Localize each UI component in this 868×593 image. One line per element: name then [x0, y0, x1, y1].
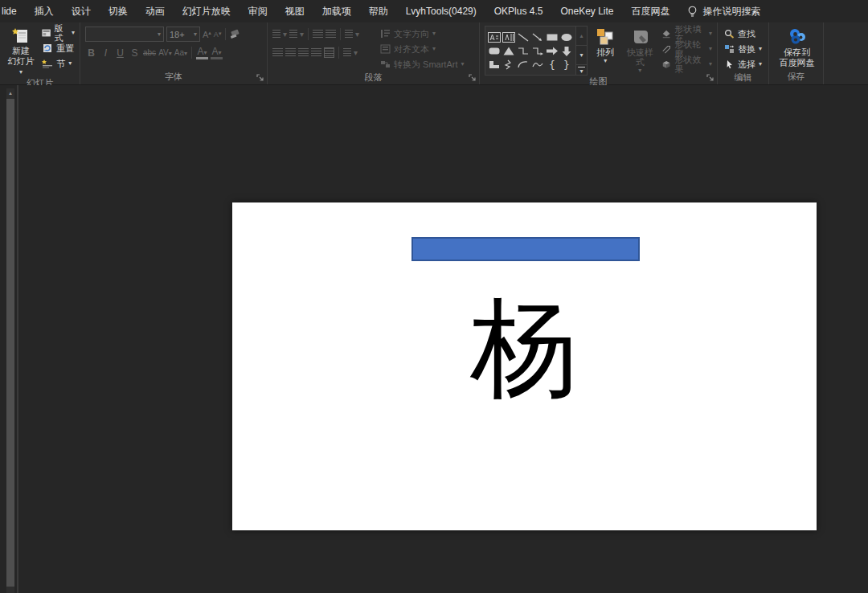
- layout-button[interactable]: 版式▾: [40, 26, 76, 40]
- group-editing: 查找 替换▾ 选择▾ 编辑: [718, 22, 769, 84]
- new-slide-icon: [12, 27, 30, 45]
- shape-line-icon[interactable]: [516, 31, 530, 44]
- convert-smartart-button[interactable]: 转换为 SmartArt▾: [379, 57, 465, 72]
- shape-rounded-rectangle-icon[interactable]: [487, 44, 502, 58]
- select-button[interactable]: 选择▾: [723, 57, 764, 72]
- new-slide-label-1: 新建: [12, 46, 30, 55]
- shape-curve-icon[interactable]: [530, 58, 545, 72]
- tab-addins[interactable]: 加载项: [313, 5, 360, 18]
- shapes-gallery-scroll: ▴ ▾ ▾: [576, 26, 588, 76]
- line-spacing-button[interactable]: [345, 30, 353, 39]
- arrange-button[interactable]: 排列 ▾: [591, 26, 620, 76]
- shape-arc-icon[interactable]: [516, 58, 530, 72]
- columns-button[interactable]: [324, 47, 334, 58]
- save-group-label: 保存: [769, 71, 823, 84]
- font-group-label: 字体: [80, 71, 267, 84]
- shape-oval-icon[interactable]: [559, 31, 574, 44]
- shapes-gallery: { }: [485, 26, 576, 76]
- strikethrough-button[interactable]: abc: [143, 48, 156, 57]
- smartart-icon: [380, 59, 391, 69]
- shape-effects-button[interactable]: 形状效果▾: [660, 57, 714, 72]
- tab-slideshow[interactable]: 幻灯片放映: [174, 5, 240, 18]
- tab-animations[interactable]: 动画: [137, 5, 174, 18]
- gallery-scroll-down-button[interactable]: ▾: [576, 46, 587, 65]
- tab-okplus[interactable]: OKPlus 4.5: [485, 6, 552, 17]
- font-dialog-launcher[interactable]: [256, 74, 264, 82]
- align-left-button[interactable]: [272, 48, 283, 57]
- shape-down-arrow-icon[interactable]: [559, 44, 574, 58]
- underline-button[interactable]: U: [114, 47, 126, 59]
- shape-left-brace-icon[interactable]: {: [545, 58, 559, 72]
- slide-canvas[interactable]: 杨: [232, 202, 817, 530]
- italic-button[interactable]: I: [100, 47, 112, 59]
- shape-corner-icon[interactable]: [487, 58, 502, 72]
- tab-view[interactable]: 视图: [276, 5, 313, 18]
- shape-elbow-connector-icon[interactable]: [516, 44, 530, 58]
- replace-button[interactable]: 替换▾: [723, 42, 764, 56]
- tab-insert[interactable]: 插入: [26, 5, 63, 18]
- shape-vertical-text-box-icon[interactable]: [502, 31, 516, 44]
- tab-review[interactable]: 审阅: [240, 5, 276, 18]
- shape-rectangle-icon[interactable]: [545, 31, 559, 44]
- bold-button[interactable]: B: [85, 47, 97, 59]
- tab-transitions[interactable]: 切换: [100, 5, 137, 18]
- font-name-combo[interactable]: ▾: [85, 27, 164, 42]
- shrink-font-button[interactable]: A▾: [214, 31, 222, 39]
- group-font: ▾ 18+▾ A▴ A▾ B I U: [80, 22, 268, 84]
- text-direction-button[interactable]: 文字方向▾: [379, 27, 465, 41]
- pane-splitter[interactable]: [17, 85, 18, 593]
- shape-triangle-icon[interactable]: [502, 44, 516, 58]
- text-shadow-button[interactable]: S: [129, 47, 141, 59]
- decrease-indent-button[interactable]: [313, 30, 323, 39]
- align-text-button[interactable]: 对齐文本▾: [379, 42, 465, 56]
- scrollbar-up-icon[interactable]: ▴: [6, 88, 14, 98]
- gallery-scroll-up-button[interactable]: ▴: [576, 27, 587, 46]
- slide-rectangle[interactable]: [411, 237, 640, 261]
- shape-arrow-icon[interactable]: [530, 31, 545, 44]
- shape-text-box-icon[interactable]: [487, 31, 502, 44]
- tab-help[interactable]: 帮助: [360, 5, 397, 18]
- text-direction-icon: [380, 29, 391, 39]
- tab-design[interactable]: 设计: [63, 5, 100, 18]
- quick-styles-button[interactable]: 快速样式 ▾: [623, 26, 657, 76]
- grow-font-button[interactable]: A▴: [203, 30, 211, 39]
- scrollbar-thumb[interactable]: [6, 99, 14, 587]
- find-button[interactable]: 查找: [723, 27, 764, 41]
- shape-freeform-icon[interactable]: [502, 58, 516, 72]
- section-button[interactable]: 节▾: [40, 56, 76, 71]
- shape-right-brace-icon[interactable]: }: [559, 58, 574, 72]
- shape-effects-icon: [661, 59, 671, 69]
- shape-right-arrow-icon[interactable]: [545, 44, 559, 58]
- save-to-baidu-pan-button[interactable]: 保存到 百度网盘: [774, 26, 820, 71]
- arrange-icon: [596, 27, 615, 47]
- tab-islide[interactable]: lide: [0, 6, 26, 17]
- thumbnail-pane-scrollbar[interactable]: ▴: [6, 88, 14, 593]
- tab-lvyhtools[interactable]: LvyhTools(0429): [397, 6, 485, 17]
- font-color-button[interactable]: A▾: [211, 46, 223, 59]
- shape-fill-icon: [661, 29, 671, 39]
- new-slide-label-2: 幻灯片 ▾: [6, 56, 35, 76]
- increase-indent-button[interactable]: [326, 30, 336, 39]
- align-center-button[interactable]: [285, 48, 296, 57]
- tab-onekey[interactable]: OneKey Lite: [551, 6, 622, 17]
- font-size-combo[interactable]: 18+▾: [166, 27, 200, 42]
- text-highlight-button[interactable]: A▾: [196, 46, 208, 59]
- tab-baidu-pan[interactable]: 百度网盘: [623, 5, 679, 18]
- tell-me-search[interactable]: 操作说明搜索: [679, 5, 769, 18]
- reset-button[interactable]: 重置: [40, 41, 76, 55]
- change-case-button[interactable]: Aa▾: [174, 48, 187, 57]
- slide-text[interactable]: 杨: [232, 294, 817, 402]
- shape-elbow-arrow-connector-icon[interactable]: [530, 44, 545, 58]
- bullets-button[interactable]: [272, 30, 280, 39]
- align-right-button[interactable]: [298, 48, 309, 57]
- character-spacing-button[interactable]: AV▾: [158, 48, 172, 57]
- justify-button[interactable]: [311, 48, 321, 57]
- drawing-dialog-launcher[interactable]: [706, 74, 714, 82]
- numbering-button[interactable]: [289, 30, 297, 39]
- gallery-more-button[interactable]: ▾: [578, 67, 585, 75]
- new-slide-button[interactable]: 新建 幻灯片 ▾: [5, 26, 37, 77]
- text-align-button[interactable]: [343, 48, 351, 57]
- clear-formatting-button[interactable]: [230, 29, 242, 39]
- baidu-pan-icon: [785, 27, 809, 47]
- paragraph-dialog-launcher[interactable]: [469, 74, 477, 82]
